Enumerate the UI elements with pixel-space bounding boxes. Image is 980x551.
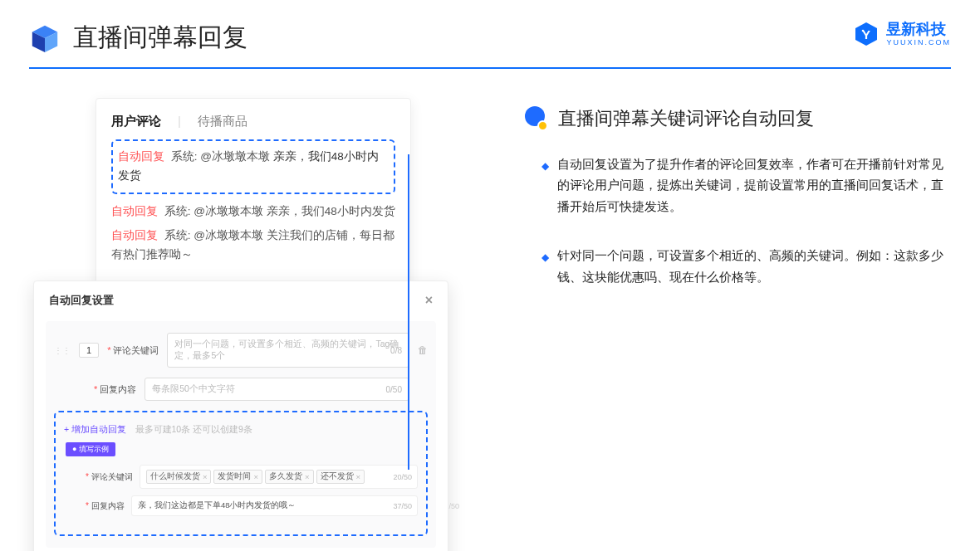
comments-card: 用户评论 | 待播商品 自动回复 系统: @冰墩墩本墩 亲亲，我们48小时内发货… (96, 98, 411, 289)
drag-handle-icon[interactable]: ⋮⋮ (54, 346, 71, 355)
tag-chip[interactable]: 还不发货× (316, 470, 365, 484)
diamond-icon: ◆ (541, 158, 549, 217)
order-number: 1 (79, 343, 99, 358)
comment-row: 自动回复 系统: @冰墩墩本墩 关注我们的店铺，每日都有热门推荐呦～ (111, 227, 395, 265)
reply-content-input[interactable]: 每条限50个中文字符 0/50 (145, 378, 409, 401)
svg-point-5 (862, 30, 865, 32)
example-section: + 增加自动回复 最多可建10条 还可以创建9条 ● 填写示例 *评论关键词 什… (54, 411, 428, 536)
example-badge: ● 填写示例 (66, 442, 115, 456)
brand-logo: Y 昱新科技 YUUXIN.COM (853, 21, 951, 47)
tag-chip[interactable]: 多久发货× (265, 470, 314, 484)
diamond-icon: ◆ (541, 249, 549, 288)
connector-line (408, 154, 409, 470)
highlighted-comment: 自动回复 系统: @冰墩墩本墩 亲亲，我们48小时内发货 (111, 139, 395, 194)
page-title: 直播间弹幕回复 (73, 21, 247, 55)
bubble-icon (523, 106, 548, 131)
modal-title: 自动回复设置 (49, 293, 114, 308)
bullet-item: ◆ 针对同一个问题，可设置多个相近的、高频的关键词。例如：这款多少钱、这块能优惠… (541, 246, 947, 288)
keyword-input[interactable]: 对同一个问题，可设置多个相近、高频的关键词，Tag确定，最多5个 0/8 (167, 333, 409, 368)
example-content-input[interactable]: 亲，我们这边都是下单48小时内发货的哦～ 37/50 (131, 495, 418, 516)
tag-chip[interactable]: 什么时候发货× (146, 470, 212, 484)
close-icon[interactable]: × (425, 293, 433, 308)
auto-reply-settings-modal: 自动回复设置 × ⋮⋮ 1 *评论关键词 对同一个问题，可设置多个相近、高频的关… (33, 280, 448, 551)
example-keyword-input[interactable]: 什么时候发货× 发货时间× 多久发货× 还不发货× 20/50 (140, 465, 418, 489)
add-auto-reply-link[interactable]: + 增加自动回复 (64, 424, 126, 434)
svg-text:Y: Y (862, 27, 870, 41)
trash-icon[interactable]: 🗑 (418, 344, 428, 356)
section-title: 直播间弹幕关键词评论自动回复 (558, 106, 814, 131)
bullet-item: ◆ 自动回复设置为了提升作者的评论回复效率，作者可在开播前针对常见的评论用户问题… (541, 154, 947, 217)
tag-chip[interactable]: 发货时间× (213, 470, 262, 484)
tab-pending-goods[interactable]: 待播商品 (198, 114, 247, 129)
tab-user-comments[interactable]: 用户评论 (111, 114, 161, 129)
comment-row: 自动回复 系统: @冰墩墩本墩 亲亲，我们48小时内发货 (111, 202, 395, 222)
cube-icon (29, 22, 61, 54)
